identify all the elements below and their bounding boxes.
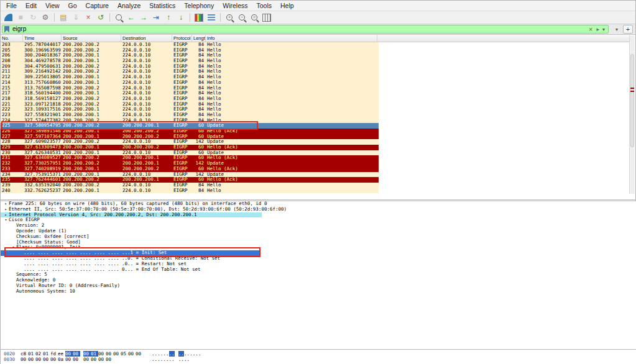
packet-row-225[interactable]: 225327.580954795200.200.200.2200.200.200… bbox=[1, 123, 379, 129]
column-header-protocol[interactable]: Protocol bbox=[172, 35, 192, 42]
hex-row-0020[interactable]: 0020c8010201fdee00000001000000050000....… bbox=[1, 351, 636, 357]
packet-row-229[interactable]: 229327.613309473200.200.200.1200.200.200… bbox=[1, 145, 379, 150]
detail-row[interactable]: .... .... .... .... .... .... .... 0... … bbox=[1, 267, 636, 273]
zoom-out-icon[interactable]: − bbox=[236, 12, 247, 23]
column-header-source[interactable]: Source bbox=[62, 35, 121, 42]
filter-clear-icon[interactable]: × bbox=[587, 25, 594, 33]
packet-row-227[interactable]: 227327.597107364200.200.200.1200.200.200… bbox=[1, 134, 379, 140]
hex-byte: 00 bbox=[50, 357, 58, 362]
packet-row-235[interactable]: 235327.762444601200.200.200.2200.200.200… bbox=[1, 177, 379, 183]
open-file-icon[interactable]: ▤ bbox=[58, 12, 69, 23]
menu-analyze[interactable]: Analyze bbox=[113, 1, 145, 11]
capture-options-icon[interactable]: ⚙ bbox=[40, 12, 51, 23]
packet-row-208[interactable]: 208304.469278578200.200.200.1224.0.0.10E… bbox=[1, 58, 379, 64]
packet-row-223[interactable]: 223327.558321901200.200.200.1224.0.0.10E… bbox=[1, 112, 379, 118]
scrollbar-handle[interactable] bbox=[630, 54, 634, 147]
menu-go[interactable]: Go bbox=[64, 1, 81, 11]
cell-no: 208 bbox=[1, 58, 23, 64]
expander-icon[interactable]: ▸ bbox=[3, 201, 9, 207]
packet-row-230[interactable]: 230327.626340531200.200.200.1224.0.0.10E… bbox=[1, 150, 379, 156]
detail-row[interactable]: Checksum: 0xfdee [correct] bbox=[1, 234, 636, 240]
packet-row-234[interactable]: 234327.753915371200.200.200.1224.0.0.10E… bbox=[1, 172, 379, 178]
cell-length: 84 bbox=[192, 107, 206, 112]
hex-row-0030[interactable]: 003000000000000a000000000000............ bbox=[1, 357, 636, 362]
packet-row-215[interactable]: 215313.765087598200.200.200.2224.0.0.10E… bbox=[1, 86, 379, 91]
filter-apply-icon[interactable]: ▸ bbox=[594, 26, 601, 32]
expander-icon[interactable]: ▸ bbox=[3, 212, 9, 218]
zoom-in-icon[interactable]: + bbox=[224, 12, 235, 23]
detail-row[interactable]: ▾Cisco EIGRP bbox=[1, 217, 636, 223]
expander-icon[interactable]: ▾ bbox=[3, 217, 9, 223]
packet-row-203[interactable]: 203295.787044017200.200.200.2224.0.0.10E… bbox=[1, 42, 379, 48]
menu-help[interactable]: Help bbox=[276, 1, 298, 11]
detail-row[interactable]: Virtual Router ID: 0 (Address-Family) bbox=[1, 283, 636, 289]
go-forward-icon[interactable]: → bbox=[138, 12, 149, 23]
reload-file-icon[interactable]: ↺ bbox=[95, 12, 106, 23]
filter-bookmark-dropdown-icon[interactable]: ▾ bbox=[615, 27, 618, 32]
start-capture-icon[interactable] bbox=[2, 12, 14, 23]
packet-row-217[interactable]: 217318.560194400200.200.200.1224.0.0.10E… bbox=[1, 91, 379, 96]
packet-row-205[interactable]: 205300.196963599200.200.200.2224.0.0.10E… bbox=[1, 48, 379, 53]
detail-row[interactable]: Opcode: Update (1) bbox=[1, 229, 636, 234]
colorize-icon[interactable] bbox=[193, 12, 205, 23]
menu-edit[interactable]: Edit bbox=[21, 1, 41, 11]
menu-tools[interactable]: Tools bbox=[252, 1, 276, 11]
go-to-packet-icon[interactable]: ⇥ bbox=[150, 12, 162, 23]
packet-row-224[interactable]: 224327.574477382200.200.200.2224.0.0.10E… bbox=[1, 118, 379, 124]
column-header-info[interactable]: Info bbox=[206, 35, 377, 42]
column-header-length[interactable]: Length bbox=[192, 35, 206, 42]
packet-row-212[interactable]: 212309.225013805200.200.200.1224.0.0.10E… bbox=[1, 75, 379, 80]
close-file-icon[interactable]: × bbox=[83, 12, 94, 23]
stop-capture-icon[interactable]: ■ bbox=[15, 12, 26, 23]
expander-icon[interactable]: ▾ bbox=[11, 245, 16, 250]
packet-row-232[interactable]: 232327.730257951200.200.200.2200.200.200… bbox=[1, 161, 379, 166]
detail-row[interactable]: Version: 2 bbox=[1, 223, 636, 229]
menu-telephony[interactable]: Telephony bbox=[180, 1, 218, 11]
column-header-no[interactable]: No. bbox=[1, 35, 23, 42]
restart-capture-icon[interactable]: ↻ bbox=[27, 12, 39, 23]
packet-row-228[interactable]: 228327.609023577200.200.200.2224.0.0.10E… bbox=[1, 139, 379, 145]
detail-row[interactable]: [Checksum Status: Good] bbox=[1, 240, 636, 245]
cell-destination: 224.0.0.10 bbox=[121, 86, 172, 91]
display-filter-input[interactable]: eigrp × ▸ ▾ bbox=[2, 25, 609, 34]
detail-row[interactable]: Sequence: 5 bbox=[1, 272, 636, 278]
cell-info: Hello (Ack) bbox=[206, 155, 377, 161]
packet-row-218[interactable]: 218318.569158127200.200.200.2224.0.0.10E… bbox=[1, 96, 379, 102]
filter-value[interactable]: eigrp bbox=[12, 25, 587, 33]
packet-row-206[interactable]: 206300.204018367200.200.200.1224.0.0.10E… bbox=[1, 53, 379, 58]
packet-row-221[interactable]: 221323.097121818200.200.200.2224.0.0.10E… bbox=[1, 102, 379, 107]
detail-row[interactable]: ▸Internet Protocol Version 4, Src: 200.2… bbox=[1, 212, 636, 218]
zoom-original-icon[interactable]: = bbox=[249, 12, 260, 23]
filter-history-dropdown-icon[interactable]: ▾ bbox=[601, 27, 606, 32]
resize-columns-icon[interactable] bbox=[261, 12, 272, 23]
packet-row-214[interactable]: 214313.757660860200.200.200.1224.0.0.10E… bbox=[1, 80, 379, 86]
packet-row-239[interactable]: 239332.635192040200.200.200.2224.0.0.10E… bbox=[1, 183, 379, 188]
go-first-packet-icon[interactable]: ↑ bbox=[163, 12, 174, 23]
menu-statistics[interactable]: Statistics bbox=[145, 1, 180, 11]
cell-time: 327.753915371 bbox=[23, 172, 62, 178]
packet-row-209[interactable]: 209304.479500631200.200.200.2224.0.0.10E… bbox=[1, 64, 379, 70]
packet-row-233[interactable]: 233327.740208919200.200.200.1200.200.200… bbox=[1, 166, 379, 172]
save-file-icon[interactable]: ⇓ bbox=[70, 12, 81, 23]
cell-protocol: EIGRP bbox=[172, 80, 192, 86]
go-back-icon[interactable]: ← bbox=[126, 12, 137, 23]
packet-row-222[interactable]: 222323.109317516200.200.200.1224.0.0.10E… bbox=[1, 107, 379, 112]
filter-add-button[interactable]: + bbox=[623, 25, 633, 34]
go-last-packet-icon[interactable]: ↓ bbox=[175, 12, 187, 23]
expander-icon[interactable]: ▸ bbox=[3, 207, 9, 212]
menu-view[interactable]: View bbox=[41, 1, 64, 11]
packet-row-231[interactable]: 231327.634089527200.200.200.2200.200.200… bbox=[1, 155, 379, 161]
filter-bookmark-icon[interactable] bbox=[4, 26, 9, 33]
packet-row-240[interactable]: 240332.762625237200.200.200.1224.0.0.10E… bbox=[1, 188, 379, 194]
column-header-destination[interactable]: Destination bbox=[121, 35, 172, 42]
packet-row-211[interactable]: 211309.216492142200.200.200.2224.0.0.10E… bbox=[1, 69, 379, 75]
detail-row[interactable]: Autonomous System: 10 bbox=[1, 289, 636, 294]
menu-wireless[interactable]: Wireless bbox=[218, 1, 252, 11]
autoscroll-icon[interactable] bbox=[206, 12, 217, 23]
column-header-time[interactable]: Time bbox=[23, 35, 62, 42]
packet-row-226[interactable]: 226327.589891546200.200.200.1200.200.200… bbox=[1, 129, 379, 134]
packet-list-scrollbar[interactable] bbox=[629, 35, 635, 194]
find-packet-icon[interactable] bbox=[113, 12, 124, 23]
menu-file[interactable]: File bbox=[2, 1, 21, 11]
menu-capture[interactable]: Capture bbox=[81, 1, 113, 11]
